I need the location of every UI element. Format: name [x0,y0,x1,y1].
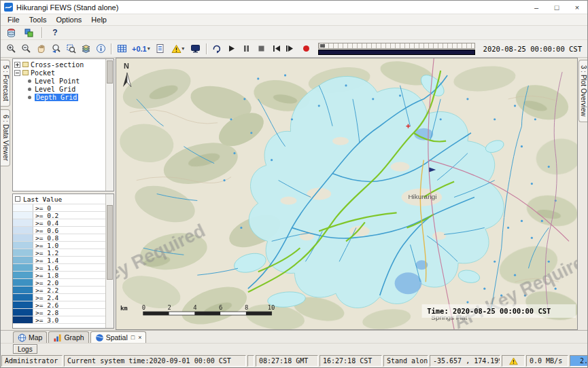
tree-item-cross-section[interactable]: Cross-section [14,60,104,69]
database-icon[interactable] [3,26,18,39]
scrollbar-thumb[interactable] [107,205,113,280]
right-tab-strip: 3 : Plot Overview [578,58,587,330]
layers-icon[interactable] [78,42,93,56]
tree-item-level-grid[interactable]: Level Grid [14,85,104,93]
tree-scrollbar[interactable] [105,59,114,191]
legend-color-swatch [13,279,33,286]
status-download-speed: 0.0 MB/s [526,355,568,367]
interval-value: +0.1 [132,45,147,53]
svg-text:10: 10 [268,304,275,311]
profile-document-icon[interactable] [153,42,168,56]
info-icon[interactable] [93,42,108,56]
svg-text:4: 4 [193,304,196,311]
tab-map[interactable]: Map [13,331,47,343]
grid-display-icon[interactable] [114,42,129,56]
menu-file[interactable]: File [3,16,24,24]
display-export-icon[interactable] [188,42,203,56]
tab-spatial-label: Spatial [106,333,128,342]
datastore-icon[interactable] [21,26,36,39]
contour-interval-dropdown[interactable]: +0.1 ▾ [129,42,153,56]
map-canvas[interactable]: Hikurangi Springs Flat API Key Required … [116,58,577,329]
tab-graph[interactable]: Graph [48,331,88,343]
step-back-button[interactable] [269,42,284,56]
timeline-slider[interactable] [318,43,475,55]
left-tab-strip: 5 : Forecast 6 : Data Viewer [1,58,12,330]
animation-loop-icon[interactable] [209,42,224,56]
timeline-track[interactable] [318,43,475,49]
status-gmt-time: 08:27:18 GMT [256,355,318,367]
stop-button[interactable] [254,42,269,56]
svg-text:2: 2 [168,304,171,311]
maximize-button[interactable]: □ [547,1,567,14]
status-memory-gauge: 2.5 GB [570,355,588,367]
tree-item-pocket[interactable]: Pocket [14,69,104,77]
legend-label: >= 0.2 [33,212,58,219]
legend-color-swatch [13,309,33,316]
zoom-out-icon[interactable] [18,42,33,56]
main-toolbar: ? [1,26,587,40]
help-button[interactable]: ? [48,26,63,39]
globe-icon [18,333,27,342]
expand-icon[interactable] [14,62,20,68]
close-button[interactable]: × [567,1,587,14]
tree-item-label-selected: Depth Grid [35,94,78,101]
svg-text:6: 6 [219,304,222,311]
maximize-panel-icon[interactable]: □ [130,334,135,341]
spatial-globe-icon [95,333,104,342]
legend-row: >= 1.4 [13,257,105,264]
last-value-checkbox[interactable] [15,196,20,202]
legend-color-swatch [13,272,33,278]
tab-graph-label: Graph [64,333,84,342]
sidebar-tab-forecast[interactable]: 5 : Forecast [1,60,10,107]
logs-button[interactable]: Logs [13,344,37,354]
map-view[interactable]: Hikurangi Springs Flat API Key Required … [116,58,578,330]
legend-color-swatch [13,227,33,234]
status-coordinates: -35.657 , 174.199 [430,355,500,367]
sidebar-tab-data-viewer[interactable]: 6 : Data Viewer [1,109,10,166]
status-user: Administrator [1,355,63,367]
status-warning-cell[interactable] [502,355,525,367]
legend-scrollbar[interactable] [105,194,114,328]
tree-item-depth-grid[interactable]: Depth Grid [14,93,104,101]
step-forward-button[interactable] [284,42,299,56]
pan-hand-icon[interactable] [33,42,48,56]
menu-options[interactable]: Options [51,16,86,24]
legend-row: >= 1.6 [13,264,105,272]
logs-row: Logs [1,343,587,354]
timeline-thumb[interactable] [320,44,325,48]
sidebar-tab-plot-overview[interactable]: 3 : Plot Overview [578,60,587,122]
tree-item-level-point[interactable]: Level Point [14,77,104,85]
close-panel-icon[interactable]: × [137,334,141,341]
pause-button[interactable] [239,42,254,56]
play-button[interactable] [224,42,239,56]
legend-row: >= 2.0 [13,279,105,287]
legend-row: >= 2.4 [13,294,105,301]
zoom-previous-icon[interactable] [48,42,63,56]
collapse-icon[interactable] [14,70,20,76]
tree-item-label: Pocket [31,69,55,77]
legend-row: >= 0.4 [13,219,105,227]
record-button[interactable] [299,42,314,56]
scrollbar-thumb[interactable] [107,60,113,84]
svg-text:N: N [124,62,129,70]
legend-label: >= 0 [33,204,51,211]
legend-color-swatch [13,234,33,241]
minimize-button[interactable]: – [526,1,547,14]
legend-row: >= 0 [13,204,105,212]
status-bar: Administrator Current system time:2020-0… [1,354,587,367]
legend-label: >= 0.4 [33,219,58,226]
time-overlay: Time: 2020-08-25 00:00:00 CST [421,304,576,318]
svg-text:0: 0 [142,304,145,311]
legend-row: >= 0.2 [13,212,105,219]
zoom-in-icon[interactable] [3,42,18,56]
warning-dropdown[interactable]: ▾ [168,42,188,56]
tree-item-label: Cross-section [31,61,84,69]
node-icon [28,96,31,99]
legend-color-swatch [13,316,33,323]
tab-spatial[interactable]: Spatial □ × [90,331,147,343]
menu-help[interactable]: Help [86,16,111,24]
legend-row: >= 2.6 [13,301,105,309]
toolbar-separator [206,43,207,54]
menu-tools[interactable]: Tools [24,16,52,24]
zoom-extent-icon[interactable] [63,42,78,56]
